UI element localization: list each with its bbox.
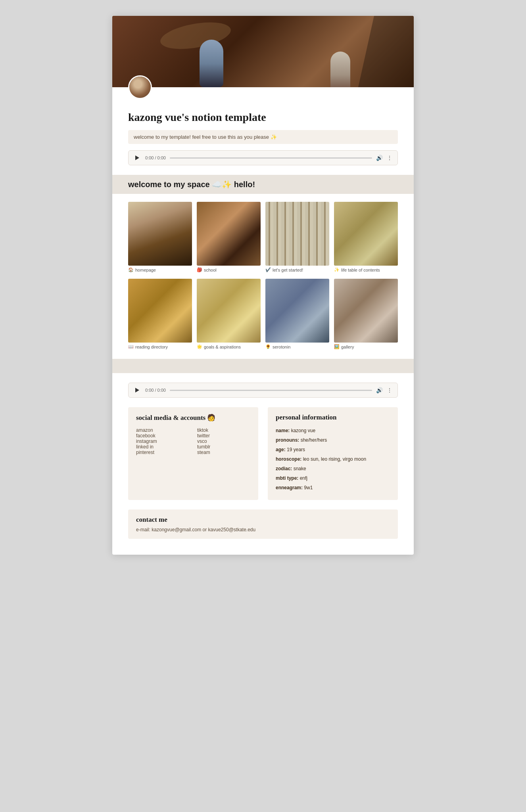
- contact-section: contact me e-mail: kazongvue@gmail.com o…: [128, 509, 398, 539]
- avatar: [128, 75, 152, 99]
- avatar-section: [112, 75, 414, 99]
- audio-player-1[interactable]: 0:00 / 0:00 🔊 ⋮: [128, 150, 398, 165]
- social-item-instagram[interactable]: instagram: [136, 439, 189, 444]
- gallery-emoji: 🖼️: [334, 344, 340, 349]
- gallery-label-school: 🎒 school: [197, 267, 261, 272]
- gallery-img-goals: [197, 279, 261, 343]
- personal-section: personal information name: kazong vue pr…: [268, 407, 398, 500]
- contact-email: e-mail: kazongvue@gmail.com or kavue250@…: [136, 527, 390, 532]
- social-item-facebook[interactable]: facebook: [136, 433, 189, 439]
- reading-label: reading directory: [135, 345, 168, 349]
- gallery-img-serotonin: [265, 279, 329, 343]
- social-item-amazon[interactable]: amazon: [136, 427, 189, 433]
- homepage-label: homepage: [135, 268, 156, 272]
- avatar-image: [129, 77, 151, 98]
- gallery-label-reading: 📖 reading directory: [128, 344, 192, 349]
- personal-age: age: 19 years: [276, 446, 390, 453]
- gallery-label-homepage: 🏠 homepage: [128, 267, 192, 272]
- social-section-title: social media & accounts 🧑: [136, 414, 250, 422]
- gallery-label-gallery: 🖼️ gallery: [334, 344, 398, 349]
- social-col-1: amazon facebook instagram linked in pint…: [136, 427, 189, 455]
- gallery-img-homepage: [128, 202, 192, 266]
- audio-time-1: 0:00 / 0:00: [145, 155, 166, 160]
- gallery-item-toc[interactable]: ✨ life table of contents: [334, 202, 398, 272]
- getstarted-label: let's get started!: [273, 268, 303, 272]
- social-grid: amazon facebook instagram linked in pint…: [136, 427, 250, 455]
- reading-emoji: 📖: [128, 344, 134, 349]
- personal-section-title: personal information: [276, 414, 390, 421]
- personal-mbti: mbti type: enfj: [276, 475, 390, 482]
- gallery-label-goals: 🌟 goals & aspirations: [197, 344, 261, 349]
- page-title: kazong vue's notion template: [128, 111, 398, 124]
- social-section: social media & accounts 🧑 amazon faceboo…: [128, 407, 258, 500]
- social-item-vsco[interactable]: vsco: [197, 439, 250, 444]
- gallery-label-getstarted: ✔️ let's get started!: [265, 267, 329, 272]
- divider: [112, 359, 414, 373]
- section-header-1: welcome to my space ☁️✨ hello!: [112, 175, 414, 194]
- gallery-item-homepage[interactable]: 🏠 homepage: [128, 202, 192, 272]
- gallery-img-toc: [334, 202, 398, 266]
- gallery-item-gallery[interactable]: 🖼️ gallery: [334, 279, 398, 349]
- social-col-2: tiktok twitter vsco tumblr steam: [197, 427, 250, 455]
- gallery-img-reading: [128, 279, 192, 343]
- audio-player-2[interactable]: 0:00 / 0:00 🔊 ⋮: [128, 383, 398, 398]
- audio-progress-1[interactable]: [170, 157, 372, 159]
- audio-more-icon-2[interactable]: ⋮: [387, 387, 393, 393]
- gallery-item-reading[interactable]: 📖 reading directory: [128, 279, 192, 349]
- gallery-item-getstarted[interactable]: ✔️ let's get started!: [265, 202, 329, 272]
- audio-volume-icon-2[interactable]: 🔊: [376, 387, 383, 393]
- school-emoji: 🎒: [197, 267, 202, 272]
- welcome-banner: welcome to my template! feel free to use…: [128, 130, 398, 144]
- audio-progress-2[interactable]: [170, 390, 372, 391]
- toc-emoji: ✨: [334, 267, 340, 272]
- personal-zodiac: zodiac: snake: [276, 465, 390, 472]
- social-item-linkedin[interactable]: linked in: [136, 444, 189, 450]
- goals-emoji: 🌟: [197, 344, 202, 349]
- play-button-2[interactable]: [133, 386, 141, 394]
- gallery-grid-2: 📖 reading directory 🌟 goals & aspiration…: [128, 279, 398, 349]
- welcome-text: welcome to my template! feel free to use…: [134, 134, 277, 140]
- personal-horoscope: horoscope: leo sun, leo rising, virgo mo…: [276, 456, 390, 463]
- play-triangle-icon-2: [135, 388, 139, 393]
- personal-name: name: kazong vue: [276, 427, 390, 434]
- goals-label: goals & aspirations: [204, 345, 241, 349]
- toc-label: life table of contents: [341, 268, 380, 272]
- gallery-grid-1: 🏠 homepage 🎒 school ✔️ let's get started…: [128, 202, 398, 272]
- social-item-pinterest[interactable]: pinterest: [136, 450, 189, 455]
- serotonin-label: serotonin: [273, 345, 290, 349]
- gallery-img-school: [197, 202, 261, 266]
- gallery-item-school[interactable]: 🎒 school: [197, 202, 261, 272]
- audio-time-2: 0:00 / 0:00: [145, 388, 166, 393]
- personal-pronouns: pronouns: she/her/hers: [276, 437, 390, 444]
- gallery-img-gallery: [334, 279, 398, 343]
- social-item-steam[interactable]: steam: [197, 450, 250, 455]
- play-button-1[interactable]: [133, 154, 141, 162]
- gallery-label: gallery: [341, 345, 354, 349]
- gallery-img-getstarted: [265, 202, 329, 266]
- audio-more-icon-1[interactable]: ⋮: [387, 155, 393, 161]
- personal-enneagram: enneagram: 9w1: [276, 484, 390, 491]
- gallery-label-toc: ✨ life table of contents: [334, 267, 398, 272]
- social-item-tumblr[interactable]: tumblr: [197, 444, 250, 450]
- contact-title: contact me: [136, 516, 390, 524]
- page-wrapper: kazong vue's notion template welcome to …: [112, 16, 414, 555]
- school-label: school: [204, 268, 217, 272]
- social-item-tiktok[interactable]: tiktok: [197, 427, 250, 433]
- page-content: kazong vue's notion template welcome to …: [112, 99, 414, 555]
- serotonin-emoji: 🌻: [265, 344, 271, 349]
- audio-volume-icon-1[interactable]: 🔊: [376, 155, 383, 161]
- info-sections: social media & accounts 🧑 amazon faceboo…: [128, 407, 398, 500]
- gallery-item-serotonin[interactable]: 🌻 serotonin: [265, 279, 329, 349]
- play-triangle-icon: [135, 155, 139, 160]
- gallery-label-serotonin: 🌻 serotonin: [265, 344, 329, 349]
- social-item-twitter[interactable]: twitter: [197, 433, 250, 439]
- homepage-emoji: 🏠: [128, 267, 134, 272]
- section-title-1: welcome to my space ☁️✨ hello!: [128, 180, 255, 189]
- gallery-item-goals[interactable]: 🌟 goals & aspirations: [197, 279, 261, 349]
- getstarted-emoji: ✔️: [265, 267, 271, 272]
